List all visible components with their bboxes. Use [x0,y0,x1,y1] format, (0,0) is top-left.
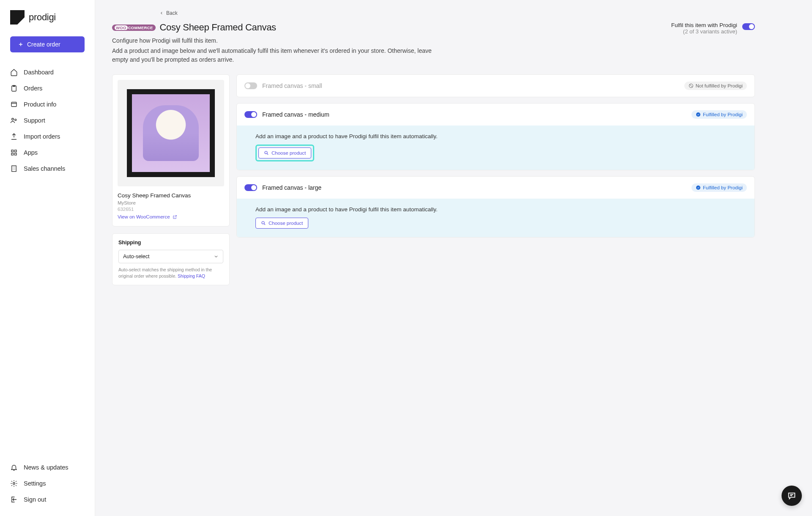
variant-body-text: Add an image and a product to have Prodi… [255,206,736,213]
search-icon [264,150,269,156]
home-icon [10,68,18,76]
back-label: Back [166,10,178,16]
search-icon [261,221,266,226]
variants-list: Framed canvas - small Not fulfilled by P… [236,74,755,243]
svg-point-13 [696,186,700,190]
chevron-left-icon [159,11,164,15]
nav-item-apps[interactable]: Apps [0,145,95,161]
chat-icon [787,491,796,500]
nav-item-dashboard[interactable]: Dashboard [0,64,95,80]
badge-label: Not fulfilled by Prodigi [696,83,743,88]
svg-point-12 [265,151,267,154]
external-link-icon [173,215,177,219]
nav-label: Dashboard [24,69,54,76]
svg-rect-1 [11,102,16,107]
view-on-woocommerce-link[interactable]: View on WooCommerce [118,214,224,219]
product-id: 632651 [118,207,224,212]
nav-item-support[interactable]: Support [0,112,95,128]
nav-item-settings[interactable]: Settings [0,475,95,491]
variant-name: Framed canvas - large [262,184,321,191]
fulfil-toggle-label: Fulfil this item with Prodigi [671,22,737,28]
svg-rect-5 [15,150,17,152]
upload-icon [10,133,18,140]
check-circle-icon [696,185,701,190]
shipping-selected-value: Auto-select [123,254,150,259]
chat-fab[interactable] [782,486,802,506]
choose-product-button[interactable]: Choose product [258,147,311,158]
page-description: Add a product and image below and we'll … [112,46,433,64]
fulfil-toggle[interactable] [742,23,755,30]
clipboard-icon [10,85,18,92]
nav-item-import-orders[interactable]: Import orders [0,128,95,145]
shipping-title: Shipping [118,240,223,246]
badge-label: Fulfilled by Prodigi [703,185,743,190]
nav-label: Settings [24,480,46,487]
svg-point-9 [13,483,15,485]
main-content: Back WOOCOMMERCE Cosy Sheep Framed Canva… [95,0,772,516]
shipping-card: Shipping Auto-select Auto-select matches… [112,233,230,285]
variant-name: Framed canvas - medium [262,111,329,118]
product-image [118,80,224,186]
svg-rect-8 [12,166,16,172]
signout-icon [10,496,18,503]
shipping-help-text: Auto-select matches the shipping method … [118,267,223,279]
variant-name: Framed canvas - small [262,82,322,89]
variant-toggle[interactable] [244,111,257,118]
shipping-select[interactable]: Auto-select [118,250,223,263]
chevron-down-icon [214,254,219,259]
svg-rect-6 [11,153,14,156]
building-icon [10,165,18,172]
fulfilled-badge: Fulfilled by Prodigi [691,110,747,119]
nav-item-signout[interactable]: Sign out [0,491,95,508]
view-link-label: View on WooCommerce [118,214,170,219]
choose-product-label: Choose product [269,221,303,226]
plus-icon [18,41,24,47]
nav-label: Orders [24,85,42,92]
nav-label: Import orders [24,133,60,140]
variants-active-text: (2 of 3 variants active) [671,28,737,35]
svg-point-2 [12,118,14,120]
variant-card-large: Framed canvas - large Fulfilled by Prodi… [236,176,755,238]
page-subtitle: Configure how Prodigi will fulfil this i… [112,37,433,44]
create-order-label: Create order [27,41,60,48]
back-link[interactable]: Back [159,10,755,16]
product-name: Cosy Sheep Framed Canvas [118,192,224,199]
nav-item-sales-channels[interactable]: Sales channels [0,161,95,177]
nav-item-orders[interactable]: Orders [0,80,95,96]
not-fulfilled-badge: Not fulfilled by Prodigi [684,82,747,90]
logo[interactable]: prodigi [0,10,95,36]
variant-toggle[interactable] [244,82,257,89]
nav-item-news[interactable]: News & updates [0,459,95,475]
page-title: Cosy Sheep Framed Canvas [160,22,276,33]
create-order-button[interactable]: Create order [10,36,85,52]
variant-toggle[interactable] [244,184,257,191]
nav-item-product-info[interactable]: Product info [0,96,95,112]
grid-icon [10,149,18,156]
product-card: Cosy Sheep Framed Canvas MyStore 632651 … [112,74,230,227]
check-circle-icon [696,112,701,117]
nav-label: Apps [24,149,38,156]
prohibit-icon [689,83,694,88]
variant-card-small: Framed canvas - small Not fulfilled by P… [236,74,755,97]
nav-label: Product info [24,101,56,108]
logo-text: prodigi [29,12,56,23]
logo-mark-icon [10,10,25,25]
svg-point-11 [696,112,700,117]
fulfilled-badge: Fulfilled by Prodigi [691,183,747,192]
nav-label: News & updates [24,464,69,471]
nav-label: Sales channels [24,165,65,172]
choose-product-button[interactable]: Choose product [255,218,308,229]
svg-rect-4 [11,150,14,152]
sidebar: prodigi Create order Dashboard Orders Pr… [0,0,95,516]
shipping-faq-link[interactable]: Shipping FAQ [178,273,205,278]
people-icon [10,117,18,124]
svg-rect-7 [15,153,17,156]
svg-point-3 [15,119,16,121]
nav-label: Support [24,117,45,124]
variant-body-text: Add an image and a product to have Prodi… [255,133,736,139]
svg-point-14 [262,221,264,224]
bell-icon [10,464,18,471]
tag-icon [10,101,18,108]
product-store: MyStore [118,200,224,205]
nav: Dashboard Orders Product info Support Im… [0,64,95,459]
